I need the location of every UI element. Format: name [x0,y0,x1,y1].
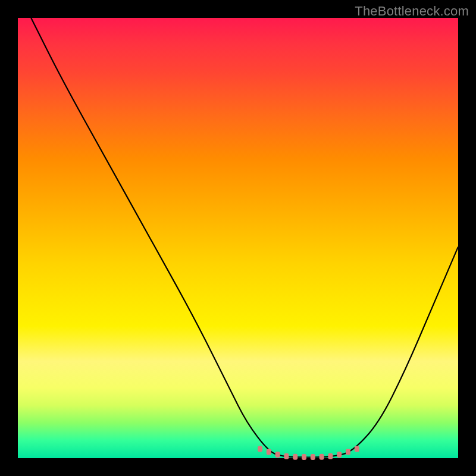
marker-dot [320,454,324,460]
marker-dot [346,449,350,455]
curve-svg [18,18,458,458]
bottleneck-curve [31,18,458,458]
marker-dot [275,452,280,458]
chart-frame: TheBottleneck.com [0,0,476,476]
marker-dot [258,446,262,452]
plot-area [18,18,458,458]
marker-dot [328,453,333,459]
watermark-text: TheBottleneck.com [355,4,469,19]
marker-dot [293,454,298,460]
marker-dot [267,449,271,455]
marker-dot [337,452,342,458]
marker-dot [302,454,306,460]
marker-dot [311,454,315,460]
marker-dot [284,453,289,459]
marker-dot [355,446,359,452]
